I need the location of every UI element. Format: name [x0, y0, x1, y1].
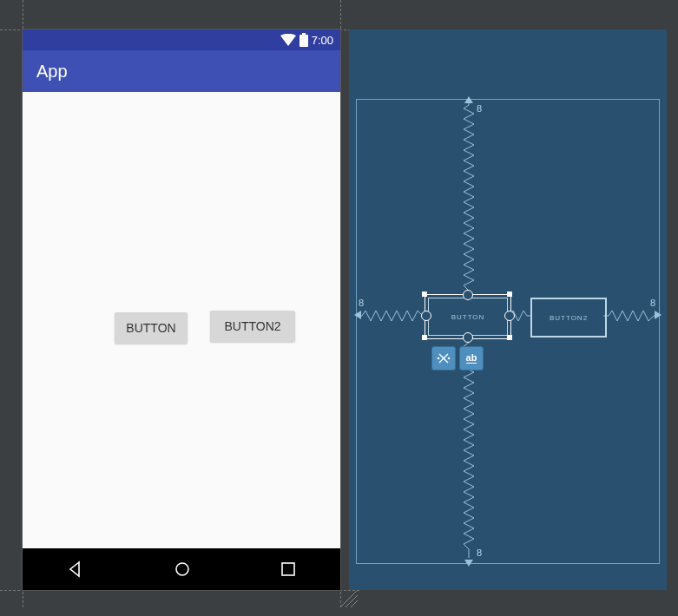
constraint-spring-bottom[interactable] [464, 337, 474, 558]
button-1-label: BUTTON [126, 321, 175, 335]
svg-point-3 [448, 357, 451, 360]
corner-handle[interactable] [507, 292, 512, 297]
svg-point-0 [176, 563, 188, 575]
android-nav-bar [23, 548, 340, 590]
corner-handle[interactable] [422, 292, 427, 297]
edit-baseline-button[interactable]: ab [459, 346, 484, 370]
constraint-spring-top[interactable] [464, 100, 474, 298]
handle-bottom[interactable] [463, 332, 473, 343]
blueprint-view[interactable]: 8 8 8 8 BUTTON [349, 29, 667, 590]
app-title: App [36, 62, 68, 82]
bounds-guide [0, 590, 359, 591]
handle-left[interactable] [421, 311, 431, 321]
bounds-guide [340, 0, 341, 607]
margin-bottom-label: 8 [477, 547, 482, 558]
handle-top[interactable] [463, 290, 473, 300]
margin-left-label: 8 [359, 298, 364, 308]
blueprint-button-1[interactable]: BUTTON [428, 298, 508, 336]
app-bar: App [23, 50, 340, 92]
blueprint-button-2[interactable]: BUTTON2 [530, 298, 607, 337]
corner-handle[interactable] [507, 335, 512, 340]
recent-icon[interactable] [280, 561, 296, 577]
constraint-spring-left[interactable] [357, 311, 428, 321]
margin-right-label: 8 [650, 298, 655, 308]
button-1[interactable]: BUTTON [115, 312, 188, 344]
handle-right[interactable] [504, 311, 515, 321]
wifi-icon [280, 34, 296, 46]
svg-point-2 [438, 357, 440, 360]
battery-icon [300, 33, 308, 47]
constraint-spring-right[interactable] [603, 311, 659, 321]
edit-baseline-label: ab [466, 353, 477, 364]
arrow-left-icon [354, 311, 361, 319]
device-frame: 7:00 App BUTTON BUTTON2 [23, 29, 340, 590]
home-icon[interactable] [174, 560, 191, 578]
clear-constraints-button[interactable] [431, 346, 456, 370]
resize-grip-icon[interactable] [340, 590, 359, 609]
arrow-right-icon [655, 311, 662, 319]
corner-handle[interactable] [422, 335, 427, 340]
status-bar: 7:00 [23, 29, 340, 50]
status-time: 7:00 [312, 34, 333, 47]
layout-content[interactable]: BUTTON BUTTON2 [23, 92, 340, 548]
button-2[interactable]: BUTTON2 [210, 311, 295, 342]
arrow-down-icon [464, 560, 473, 567]
design-preview-area: 7:00 App BUTTON BUTTON2 [12, 12, 349, 597]
arrow-up-icon [464, 96, 473, 103]
margin-top-label: 8 [477, 103, 482, 114]
blueprint-button-1-label: BUTTON [451, 313, 485, 321]
back-icon[interactable] [67, 560, 84, 578]
blueprint-button-2-label: BUTTON2 [550, 314, 588, 322]
layout-editor: 7:00 App BUTTON BUTTON2 [0, 0, 678, 616]
blueprint-root[interactable]: 8 8 8 8 BUTTON [356, 99, 660, 564]
svg-rect-1 [282, 563, 294, 575]
button-2-label: BUTTON2 [224, 319, 280, 333]
clear-constraints-icon [437, 351, 451, 365]
